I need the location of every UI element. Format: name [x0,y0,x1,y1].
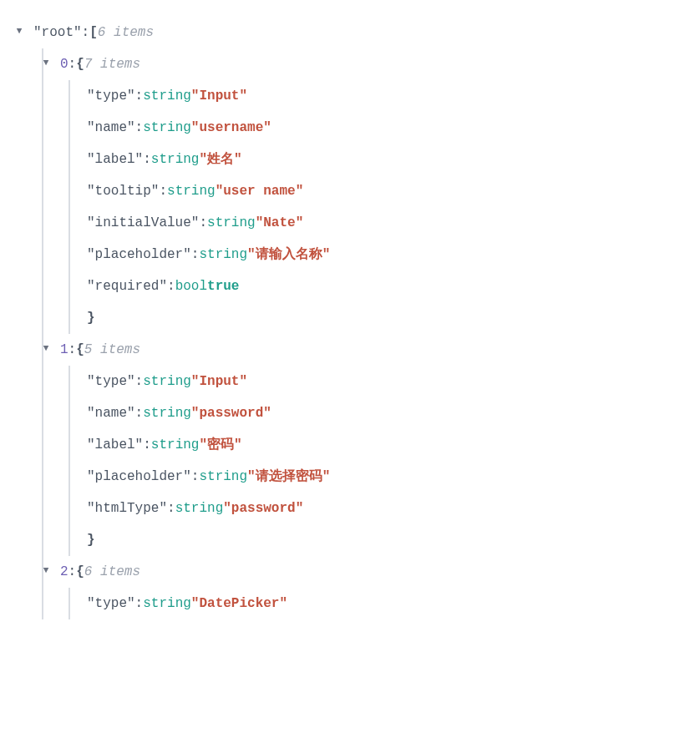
type-token: string [207,213,256,233]
json-key: "name" [87,118,135,138]
json-key: "type" [87,594,135,614]
colon: : [68,562,77,582]
json-value: "password" [223,498,303,518]
type-token: string [143,403,191,423]
json-key: "tooltip" [87,181,159,201]
close-brace: } [87,308,95,328]
colon: : [143,435,151,455]
json-property-row[interactable]: "tooltip" : string "user name" [87,175,683,207]
json-key: "type" [87,86,135,106]
json-value: "user name" [216,181,304,201]
array-index: 1 [60,340,68,360]
json-array-item-row[interactable]: 2 : { 6 items [60,556,683,588]
toggle-icon[interactable]: ▼ [40,341,52,356]
type-token: string [151,149,200,169]
type-token: string [199,467,247,487]
json-property-row[interactable]: "htmlType" : string "password" [87,493,683,524]
json-property-row[interactable]: "type" : string "DatePicker" [87,588,683,619]
type-token: string [143,118,191,138]
colon: : [135,86,144,106]
json-key: "name" [87,403,135,423]
json-array-item-row[interactable]: 1 : { 5 items [60,334,683,366]
type-token: string [143,594,191,614]
type-token: string [151,435,200,455]
json-key: "label" [87,435,143,455]
json-value: "Input" [191,372,247,392]
colon: : [135,403,144,423]
json-key: "label" [87,149,143,169]
open-bracket: [ [89,23,98,43]
type-token: bool [175,276,207,296]
json-property-row[interactable]: "label" : string "姓名" [87,144,683,175]
json-value: "password" [191,403,271,423]
item-count: 7 items [84,54,140,74]
json-key: "htmlType" [87,498,167,518]
type-token: string [143,86,191,106]
colon: : [135,118,144,138]
colon: : [135,594,144,614]
json-key: "placeholder" [87,467,191,487]
json-value: true [207,276,239,296]
json-property-row[interactable]: "initialValue" : string "Nate" [87,207,683,239]
type-token: string [167,181,216,201]
json-value: "Nate" [256,213,304,233]
json-value: "姓名" [199,149,241,169]
array-index: 2 [60,562,68,582]
colon: : [159,181,167,201]
json-property-row[interactable]: "name" : string "password" [87,397,683,429]
type-token: string [143,372,191,392]
json-value: "请输入名称" [247,245,330,265]
colon: : [82,23,90,43]
toggle-icon[interactable]: ▼ [13,24,25,38]
json-value: "Input" [191,86,247,106]
colon: : [68,340,77,360]
colon: : [143,149,151,169]
json-property-row[interactable]: "type" : string "Input" [87,366,683,397]
type-token: string [199,245,247,265]
json-property-row[interactable]: "placeholder" : string "请输入名称" [87,239,683,270]
toggle-icon[interactable]: ▼ [40,564,52,578]
colon: : [191,467,200,487]
json-key: "initialValue" [87,213,199,233]
open-brace: { [76,54,84,74]
json-property-row[interactable]: "name" : string "username" [87,112,683,144]
json-property-row[interactable]: "type" : string "Input" [87,80,683,112]
json-value: "密码" [199,435,241,455]
item-count: 6 items [84,562,140,582]
open-brace: { [76,562,84,582]
json-array-item-row[interactable]: 0 : { 7 items [60,48,683,80]
item-count: 6 items [98,23,154,43]
item-count: 5 items [84,340,140,360]
array-index: 0 [60,54,68,74]
json-key: "placeholder" [87,245,191,265]
open-brace: { [76,340,84,360]
json-key: "root" [33,23,82,43]
close-brace: } [87,530,95,550]
json-value: "username" [191,118,271,138]
colon: : [167,276,175,296]
json-root-row[interactable]: "root" : [ 6 items [33,17,683,48]
toggle-icon[interactable]: ▼ [40,56,52,70]
colon: : [135,372,144,392]
colon: : [167,498,175,518]
json-value: "DatePicker" [191,594,287,614]
json-key: "required" [87,276,167,296]
colon: : [191,245,200,265]
close-brace-row: } [87,524,683,556]
json-key: "type" [87,372,135,392]
type-token: string [175,498,224,518]
json-property-row[interactable]: "label" : string "密码" [87,429,683,461]
colon: : [68,54,77,74]
json-property-row[interactable]: "required" : bool true [87,270,683,302]
close-brace-row: } [87,302,683,334]
json-value: "请选择密码" [247,467,330,487]
colon: : [199,213,207,233]
json-property-row[interactable]: "placeholder" : string "请选择密码" [87,461,683,493]
